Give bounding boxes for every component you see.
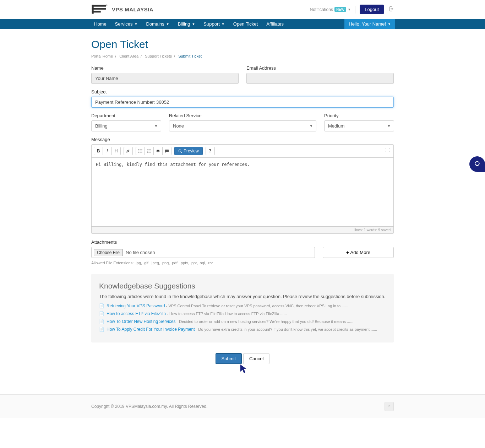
ul-button[interactable] <box>136 147 145 155</box>
logo[interactable]: ® VPS MALAYSIA <box>91 4 153 16</box>
svg-rect-12 <box>148 150 151 150</box>
kb-item: 📄How To Apply Credit For Your Invoice Pa… <box>99 327 386 332</box>
message-editor: B I H 123 ✱ Preview ? ⛶ Hi Billing, kind… <box>91 144 394 234</box>
heading-button[interactable]: H <box>111 147 121 155</box>
subject-field[interactable] <box>91 97 394 108</box>
logo-mark: ® <box>91 4 109 16</box>
link-button[interactable] <box>124 147 133 155</box>
notifications-label: Notifications <box>310 7 333 12</box>
breadcrumb-client[interactable]: Client Area <box>119 54 138 58</box>
kb-panel: Knowledgebase Suggestions The following … <box>91 274 394 342</box>
service-select[interactable]: None <box>169 120 316 131</box>
attachments-label: Attachments <box>91 239 394 245</box>
preview-button[interactable]: Preview <box>174 147 203 155</box>
allowed-extensions: Allowed File Extensions: .jpg, .gif, .jp… <box>91 261 394 265</box>
help-button[interactable]: ? <box>206 147 215 155</box>
email-label: Email Address <box>246 65 394 71</box>
chat-widget[interactable] <box>469 156 485 172</box>
svg-line-19 <box>181 152 182 153</box>
kb-link[interactable]: How to access FTP via FileZilla <box>107 311 166 316</box>
kb-link[interactable]: How To Order New Hosting Services <box>107 319 176 324</box>
priority-select[interactable]: Medium <box>324 120 394 131</box>
plus-icon: + <box>346 250 349 255</box>
svg-rect-1 <box>92 8 106 10</box>
quote-button[interactable] <box>162 147 171 155</box>
nav-user-menu[interactable]: Hello, Your Name!▼ <box>344 19 395 29</box>
breadcrumb-portal[interactable]: Portal Home <box>91 54 113 58</box>
submit-button[interactable]: Submit <box>216 353 242 364</box>
chevron-down-icon: ▼ <box>192 22 195 26</box>
kb-intro: The following articles were found in the… <box>99 294 386 299</box>
bold-button[interactable]: B <box>94 147 103 155</box>
kb-item: 📄Retrieving Your VPS Password - VPS Cont… <box>99 303 386 308</box>
svg-rect-8 <box>140 151 142 151</box>
message-textarea[interactable]: Hi Billing, kindly find this attachment … <box>92 158 393 225</box>
choose-file-button[interactable]: Choose File <box>94 249 123 256</box>
divider <box>355 6 355 14</box>
document-icon: 📄 <box>99 303 104 308</box>
nav-home[interactable]: Home <box>90 19 111 29</box>
kb-link[interactable]: Retrieving Your VPS Password <box>107 303 165 308</box>
breadcrumb: Portal Home/ Client Area/ Support Ticket… <box>91 54 394 58</box>
name-label: Name <box>91 65 239 71</box>
breadcrumb-tickets[interactable]: Support Tickets <box>145 54 172 58</box>
file-input[interactable]: Choose File No file chosen <box>91 247 315 258</box>
cancel-button[interactable]: Cancel <box>243 353 269 364</box>
kb-title: Knowledgebase Suggestions <box>99 282 386 290</box>
kb-item: 📄How to access FTP via FileZilla - How t… <box>99 311 386 316</box>
document-icon: 📄 <box>99 311 104 316</box>
name-field <box>91 73 239 84</box>
svg-point-7 <box>138 151 139 151</box>
kb-link[interactable]: How To Apply Credit For Your Invoice Pay… <box>107 327 195 332</box>
header-right: Notifications NEW ▼ Logout <box>310 5 394 14</box>
email-field <box>246 73 394 84</box>
cursor-icon <box>240 364 248 374</box>
page-title: Open Ticket <box>91 38 394 50</box>
add-more-button[interactable]: +Add More <box>323 247 394 258</box>
chevron-down-icon: ▼ <box>135 22 138 26</box>
top-header: ® VPS MALAYSIA Notifications NEW ▼ Logou… <box>90 0 395 19</box>
svg-rect-17 <box>165 150 169 152</box>
kb-item: 📄How To Order New Hosting Services - Dec… <box>99 319 386 324</box>
svg-point-5 <box>138 150 139 150</box>
nav-services[interactable]: Services▼ <box>111 19 142 29</box>
chevron-down-icon: ▼ <box>166 22 169 26</box>
signout-icon[interactable] <box>388 6 394 12</box>
svg-point-20 <box>475 162 479 166</box>
priority-label: Priority <box>324 113 394 118</box>
breadcrumb-current: Submit Ticket <box>178 54 202 58</box>
svg-rect-16 <box>148 152 151 152</box>
department-select[interactable]: Billing <box>91 120 161 131</box>
fullscreen-icon[interactable]: ⛶ <box>385 147 390 153</box>
new-badge: NEW <box>334 7 346 12</box>
svg-rect-6 <box>140 150 142 150</box>
main-nav: Home Services▼ Domains▼ Billing▼ Support… <box>0 19 485 29</box>
scroll-top-button[interactable]: ^ <box>385 402 394 411</box>
department-label: Department <box>91 113 161 118</box>
svg-rect-3 <box>92 5 94 14</box>
svg-point-18 <box>179 150 181 152</box>
logout-button[interactable]: Logout <box>360 5 384 14</box>
nav-billing[interactable]: Billing▼ <box>174 19 200 29</box>
brand-text: VPS MALAYSIA <box>112 6 153 12</box>
ol-button[interactable]: 123 <box>145 147 154 155</box>
italic-button[interactable]: I <box>103 147 112 155</box>
svg-text:®: ® <box>106 4 108 6</box>
no-file-text: No file chosen <box>126 250 155 255</box>
svg-point-9 <box>138 152 139 153</box>
code-button[interactable]: ✱ <box>153 147 163 155</box>
nav-support[interactable]: Support▼ <box>199 19 229 29</box>
editor-status: lines: 1 words: 9 saved <box>92 226 393 233</box>
chevron-down-icon: ▼ <box>222 22 225 26</box>
editor-toolbar: B I H 123 ✱ Preview ? ⛶ <box>92 145 393 158</box>
chevron-down-icon: ▼ <box>348 8 351 11</box>
svg-text:3: 3 <box>147 151 148 153</box>
footer: Copyright © 2019 VPSMalaysia.com.my. All… <box>0 394 485 418</box>
notifications-menu[interactable]: Notifications NEW ▼ <box>310 7 351 12</box>
nav-affiliates[interactable]: Affiliates <box>262 19 288 29</box>
nav-open-ticket[interactable]: Open Ticket <box>229 19 262 29</box>
nav-domains[interactable]: Domains▼ <box>142 19 173 29</box>
form-actions: Submit Cancel <box>91 353 394 364</box>
svg-rect-10 <box>140 152 142 152</box>
main-content: Open Ticket Portal Home/ Client Area/ Su… <box>90 29 395 378</box>
